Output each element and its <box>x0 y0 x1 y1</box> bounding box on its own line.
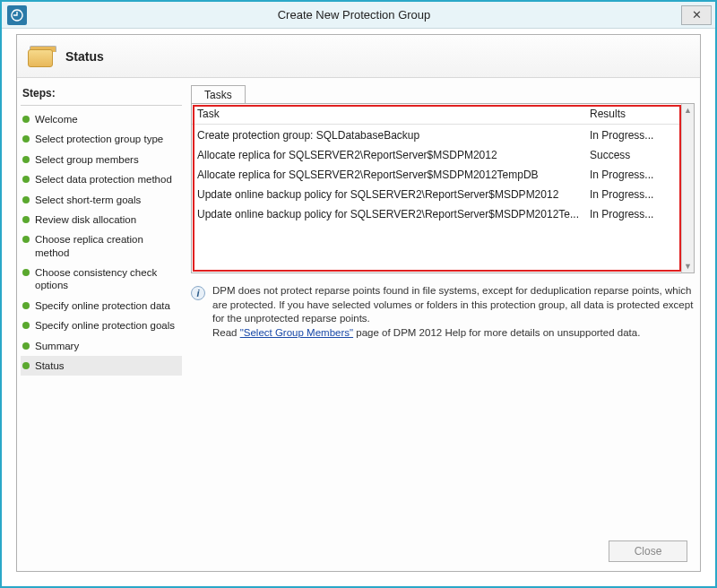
step-bullet-icon <box>22 176 30 183</box>
window-title: Create New Protection Group <box>27 8 681 22</box>
window-close-button[interactable]: ✕ <box>681 5 712 25</box>
column-header-task[interactable]: Task <box>197 108 590 120</box>
titlebar: Create New Protection Group ✕ <box>2 2 715 29</box>
footer: Close <box>609 540 687 562</box>
step-label: Choose consistency check options <box>35 266 180 292</box>
wizard-panel: Status Steps: WelcomeSelect protection g… <box>16 34 701 572</box>
step-bullet-icon <box>22 216 30 223</box>
step-item-5[interactable]: Review disk allocation <box>21 210 182 229</box>
step-label: Choose replica creation method <box>35 233 180 259</box>
step-item-2[interactable]: Select group members <box>21 150 182 169</box>
result-cell: In Progress... <box>590 169 688 181</box>
step-label: Review disk allocation <box>35 213 136 226</box>
task-cell: Update online backup policy for SQLSERVE… <box>197 188 590 201</box>
step-item-3[interactable]: Select data protection method <box>21 169 182 189</box>
step-item-10[interactable]: Summary <box>21 336 182 356</box>
info-text-post: page of DPM 2012 Help for more details o… <box>353 327 640 338</box>
step-bullet-icon <box>22 196 30 203</box>
tab-tasks[interactable]: Tasks <box>191 85 246 104</box>
step-label: Welcome <box>35 113 78 125</box>
tasks-header: Task Results <box>192 104 694 125</box>
step-label: Specify online protection data <box>35 299 170 312</box>
step-label: Select group members <box>35 153 139 166</box>
result-cell: In Progress... <box>590 188 688 201</box>
close-button[interactable]: Close <box>609 540 687 562</box>
step-item-6[interactable]: Choose replica creation method <box>21 229 182 263</box>
step-bullet-icon <box>22 135 30 143</box>
step-bullet-icon <box>22 342 30 350</box>
tab-strip: Tasks <box>191 82 695 103</box>
step-item-7[interactable]: Choose consistency check options <box>21 263 182 296</box>
step-bullet-icon <box>22 302 30 309</box>
info-message: i DPM does not protect reparse points fo… <box>191 284 695 340</box>
result-cell: In Progress... <box>590 129 688 142</box>
step-label: Select data protection method <box>35 173 172 186</box>
result-cell: In Progress... <box>590 208 688 220</box>
steps-sidebar: Steps: WelcomeSelect protection group ty… <box>17 78 186 571</box>
step-label: Select protection group type <box>35 133 163 145</box>
step-label: Select short-term goals <box>35 194 141 206</box>
task-row[interactable]: Update online backup policy for SQLSERVE… <box>197 186 688 205</box>
steps-heading: Steps: <box>21 83 182 106</box>
step-label: Specify online protection goals <box>35 319 175 332</box>
task-cell: Allocate replica for SQLSERVER2\ReportSe… <box>197 149 590 161</box>
select-group-members-link[interactable]: "Select Group Members" <box>240 327 353 338</box>
task-row[interactable]: Allocate replica for SQLSERVER2\ReportSe… <box>197 166 688 186</box>
result-cell: Success <box>590 149 688 161</box>
step-bullet-icon <box>22 269 30 276</box>
info-text: DPM does not protect reparse points foun… <box>212 284 695 340</box>
page-header: Status <box>17 35 700 78</box>
task-cell: Create protection group: SQLDatabaseBack… <box>197 129 590 142</box>
step-item-0[interactable]: Welcome <box>21 109 182 129</box>
step-bullet-icon <box>22 156 30 163</box>
info-icon: i <box>191 286 205 300</box>
task-row[interactable]: Create protection group: SQLDatabaseBack… <box>197 126 688 146</box>
step-label: Status <box>35 359 65 372</box>
step-item-9[interactable]: Specify online protection goals <box>21 316 182 335</box>
tasks-list: Task Results Create protection group: SQ… <box>191 103 695 273</box>
scrollbar[interactable]: ▲ ▼ <box>681 104 694 272</box>
task-cell: Update online backup policy for SQLSERVE… <box>197 208 590 220</box>
step-item-4[interactable]: Select short-term goals <box>21 190 182 210</box>
step-bullet-icon <box>22 116 30 123</box>
task-row[interactable]: Update online backup policy for SQLSERVE… <box>197 205 688 225</box>
step-item-8[interactable]: Specify online protection data <box>21 296 182 316</box>
task-row[interactable]: Allocate replica for SQLSERVER2\ReportSe… <box>197 146 688 166</box>
window: Create New Protection Group ✕ Status Ste… <box>0 0 717 588</box>
step-item-11[interactable]: Status <box>21 356 182 376</box>
scroll-down-icon[interactable]: ▼ <box>682 260 694 272</box>
folder-icon <box>28 46 53 67</box>
step-bullet-icon <box>22 236 30 243</box>
main-content: Tasks Task Results Create protection gro… <box>186 78 700 571</box>
scroll-up-icon[interactable]: ▲ <box>682 104 694 117</box>
step-bullet-icon <box>22 362 30 369</box>
app-icon <box>7 5 27 25</box>
step-bullet-icon <box>22 322 30 329</box>
step-item-1[interactable]: Select protection group type <box>21 129 182 149</box>
close-icon: ✕ <box>692 8 702 22</box>
task-cell: Allocate replica for SQLSERVER2\ReportSe… <box>197 169 590 181</box>
column-header-results[interactable]: Results <box>590 108 688 120</box>
page-title: Status <box>65 49 104 64</box>
step-label: Summary <box>35 340 79 352</box>
